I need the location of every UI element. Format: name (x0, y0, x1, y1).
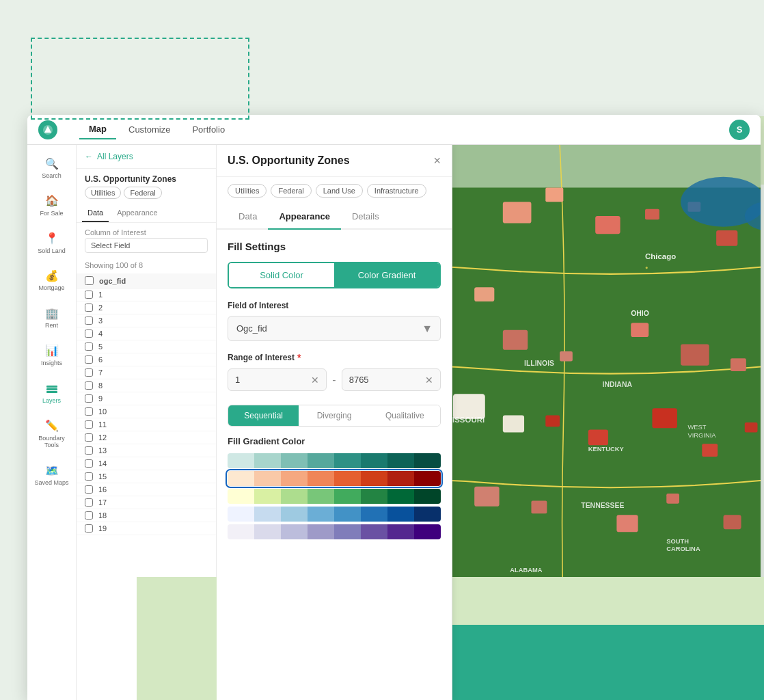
range-max-clear[interactable]: ✕ (425, 375, 433, 385)
row-checkbox[interactable] (85, 446, 93, 455)
tab-customize[interactable]: Customize (119, 120, 180, 139)
sequential-button[interactable]: Sequential (228, 405, 299, 426)
row-checkbox[interactable] (85, 368, 93, 377)
sidebar-item-for-sale[interactable]: 🏠 For Sale (31, 188, 72, 223)
table-row: 2 (77, 301, 216, 314)
row-value: 2 (98, 304, 208, 312)
sub-tab-data[interactable]: Data (82, 204, 109, 222)
svg-rect-8 (545, 187, 563, 202)
row-value: 8 (98, 381, 208, 390)
svg-rect-19 (681, 344, 709, 365)
row-checkbox[interactable] (85, 485, 93, 494)
panel-tag-infrastructure[interactable]: Infrastructure (367, 184, 426, 198)
svg-rect-29 (745, 422, 758, 433)
palette-swatch (361, 453, 387, 468)
sidebar-item-sold-land[interactable]: 📍 Sold Land (31, 226, 72, 260)
insights-icon: 📊 (44, 343, 59, 358)
close-button[interactable]: × (433, 154, 441, 167)
palette-swatch (254, 507, 281, 522)
diverging-button[interactable]: Diverging (299, 405, 369, 426)
row-value: 10 (98, 407, 208, 416)
row-checkbox[interactable] (85, 433, 93, 442)
tag-federal[interactable]: Federal (124, 187, 161, 199)
panel-tab-appearance[interactable]: Appearance (268, 204, 340, 230)
select-field-button[interactable]: Select Field (85, 238, 208, 253)
nav-logo (38, 120, 57, 139)
range-of-interest-label: Range of Interest * (228, 352, 441, 363)
panel-tabs: Data Appearance Details (217, 204, 452, 230)
row-checkbox[interactable] (85, 394, 93, 403)
layers-icon (44, 381, 59, 396)
sidebar-item-layers[interactable]: Layers (31, 375, 72, 410)
sidebar-item-mortgage[interactable]: 💰 Mortgage (31, 262, 72, 297)
tab-map[interactable]: Map (79, 120, 116, 139)
svg-text:TENNESSEE: TENNESSEE (581, 502, 624, 509)
palette-swatch (334, 453, 361, 468)
color-gradient-button[interactable]: Color Gradient (334, 263, 439, 287)
palette-swatch (387, 453, 414, 468)
panel-tag-federal[interactable]: Federal (271, 184, 311, 198)
range-max-input[interactable] (349, 375, 421, 385)
panel-tab-data[interactable]: Data (228, 204, 268, 230)
tab-portfolio[interactable]: Portfolio (182, 120, 234, 139)
solid-color-button[interactable]: Solid Color (229, 263, 334, 287)
row-checkbox[interactable] (85, 317, 93, 325)
row-value: 19 (98, 524, 208, 533)
table-row: 17 (77, 496, 216, 509)
panel-tag-utilities[interactable]: Utilities (228, 184, 267, 198)
row-checkbox[interactable] (85, 459, 93, 468)
sidebar-item-boundary-tools[interactable]: ✏️ Boundary Tools (31, 413, 72, 455)
row-checkbox[interactable] (85, 524, 93, 533)
row-value: 17 (98, 498, 208, 507)
range-dash: - (332, 374, 336, 386)
palette-row[interactable] (228, 524, 441, 539)
palette-swatch (308, 471, 334, 486)
row-value: 18 (98, 511, 208, 520)
sub-tab-appearance[interactable]: Appearance (111, 204, 163, 222)
svg-text:KENTUCKY: KENTUCKY (588, 446, 625, 453)
sidebar-item-saved-maps[interactable]: 🗺️ Saved Maps (31, 457, 72, 492)
sidebar-item-rent[interactable]: 🏢 Rent (31, 300, 72, 335)
svg-text:●: ● (645, 265, 648, 271)
row-checkbox[interactable] (85, 329, 93, 338)
tag-utilities[interactable]: Utilities (85, 187, 121, 199)
row-checkbox[interactable] (85, 407, 93, 416)
layer-tags: Utilities Federal (77, 187, 216, 204)
row-checkbox[interactable] (85, 472, 93, 481)
range-min-clear[interactable]: ✕ (311, 375, 319, 385)
table-row: 11 (77, 418, 216, 431)
table-row: 7 (77, 366, 216, 379)
row-checkbox[interactable] (85, 381, 93, 390)
field-of-interest-select[interactable]: Ogc_fid (228, 316, 441, 341)
sidebar-label-mortgage: Mortgage (38, 284, 64, 292)
palette-row[interactable] (228, 471, 441, 486)
all-layers-link[interactable]: All Layers (97, 152, 133, 161)
row-value: 16 (98, 485, 208, 494)
palette-swatch (228, 524, 254, 539)
palette-row[interactable] (228, 507, 441, 522)
palette-row[interactable] (228, 453, 441, 468)
sidebar-item-insights[interactable]: 📊 Insights (31, 338, 72, 373)
qualitative-button[interactable]: Qualitative (370, 405, 440, 426)
palette-row[interactable] (228, 489, 441, 504)
row-checkbox[interactable] (85, 355, 93, 364)
row-checkbox[interactable] (85, 304, 93, 312)
sidebar-item-search[interactable]: 🔍 Search (31, 150, 72, 185)
table-row: 15 (77, 470, 216, 483)
row-checkbox[interactable] (85, 498, 93, 507)
panel-tag-land-use[interactable]: Land Use (316, 184, 363, 198)
palette-swatch (334, 489, 361, 504)
select-all-checkbox[interactable] (85, 276, 94, 285)
row-checkbox[interactable] (85, 420, 93, 429)
panel-tab-details[interactable]: Details (341, 204, 390, 230)
back-arrow[interactable]: ← (85, 152, 93, 161)
row-checkbox[interactable] (85, 511, 93, 520)
for-sale-icon: 🏠 (44, 193, 59, 208)
rent-icon: 🏢 (44, 306, 59, 321)
row-checkbox[interactable] (85, 342, 93, 351)
svg-rect-34 (666, 494, 679, 504)
range-min-input[interactable] (235, 375, 307, 385)
sidebar-label-insights: Insights (41, 360, 62, 367)
row-checkbox[interactable] (85, 291, 93, 299)
svg-rect-22 (503, 416, 524, 433)
